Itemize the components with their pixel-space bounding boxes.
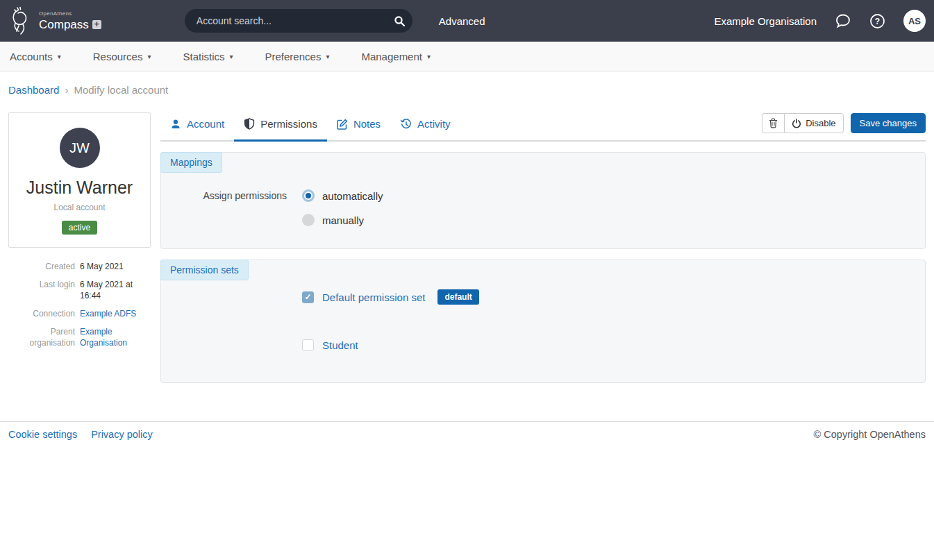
brand-small-label: OpenAthens [39,11,101,17]
delete-account-button[interactable] [762,113,784,133]
radio-option-manually[interactable]: manually [302,214,925,226]
account-search-input[interactable] [197,15,391,26]
advanced-search-link[interactable]: Advanced [439,15,485,27]
checkbox-default-permission-set[interactable]: ✓ [302,291,314,303]
mappings-panel: Mappings Assign permissions automaticall… [160,152,926,249]
account-details: Created 6 May 2021 Last login 6 May 2021… [8,261,151,348]
plus-icon: + [92,20,101,29]
detail-row-parent-organisation: Parent organisation Example Organisation [8,326,151,348]
detail-row-connection: Connection Example ADFS [8,308,151,319]
nav-item-accounts[interactable]: Accounts▾ [10,51,61,62]
permission-sets-panel-title: Permission sets [160,260,249,280]
radio-automatically[interactable] [302,189,315,202]
nav-item-management[interactable]: Management▾ [361,51,431,62]
breadcrumb-current-page: Modify local account [74,84,168,96]
footer: Cookie settings Privacy policy © Copyrig… [0,421,934,447]
avatar: JW [60,128,100,168]
checkbox-student[interactable]: ✓ [302,339,314,351]
chat-button[interactable] [835,13,851,28]
account-search-bar [185,9,412,33]
nav-item-resources[interactable]: Resources▾ [93,51,151,62]
check-icon: ✓ [304,292,311,302]
power-icon [792,119,801,128]
organisation-switcher[interactable]: Example Organisation [714,15,817,27]
permission-sets-panel: Permission sets ✓ Default permission set… [160,260,926,383]
account-toolbar: Disable Save changes [762,113,926,133]
user-avatar[interactable]: AS [903,10,926,32]
permission-set-link-default[interactable]: Default permission set [322,291,425,303]
shield-icon [244,118,255,130]
profile-name: Justin Warner [16,178,143,198]
chevron-down-icon: ▾ [229,53,233,60]
tab-account[interactable]: Account [160,118,234,142]
connection-link[interactable]: Example ADFS [80,308,151,319]
tab-notes[interactable]: Notes [327,118,390,142]
disable-account-button[interactable]: Disable [784,113,843,133]
cookie-settings-link[interactable]: Cookie settings [8,429,77,440]
history-icon [400,119,412,130]
help-button[interactable]: ? [869,13,885,29]
tab-activity[interactable]: Activity [390,118,460,142]
nav-item-preferences[interactable]: Preferences▾ [265,51,330,62]
chat-icon [835,13,851,28]
radio-manually[interactable] [302,214,315,226]
user-icon [170,119,181,130]
top-bar: OpenAthens Compass + Advanced Example Or… [0,0,934,42]
account-type-label: Local account [16,203,143,212]
tab-bar: Account Permissions Notes [160,112,926,142]
nav-item-statistics[interactable]: Statistics▾ [183,51,233,62]
radio-option-automatically[interactable]: automatically [302,189,925,202]
detail-row-created: Created 6 May 2021 [8,261,151,272]
profile-card: JW Justin Warner Local account active [8,112,151,248]
save-changes-button[interactable]: Save changes [851,113,926,133]
search-icon [394,15,406,27]
notes-icon [337,119,348,130]
parent-organisation-link[interactable]: Example Organisation [80,326,151,348]
chevron-down-icon: ▾ [427,53,431,60]
search-button[interactable] [391,12,408,30]
privacy-policy-link[interactable]: Privacy policy [91,429,153,440]
status-badge: active [62,221,97,235]
default-badge: default [437,289,478,305]
svg-text:?: ? [875,17,880,26]
permission-set-row-default: ✓ Default permission set default [302,289,925,305]
chevron-down-icon: ▾ [147,53,151,60]
breadcrumb-dashboard-link[interactable]: Dashboard [8,84,59,96]
breadcrumb: Dashboard › Modify local account [0,71,934,96]
chevron-right-icon: › [65,84,68,96]
copyright-text: © Copyright OpenAthens [814,429,926,440]
detail-row-last-login: Last login 6 May 2021 at 16:44 [8,279,151,301]
main-nav: Accounts▾ Resources▾ Statistics▾ Prefere… [0,42,934,71]
help-icon: ? [869,13,885,29]
assign-permissions-label: Assign permissions [161,190,287,201]
chevron-down-icon: ▾ [326,53,329,60]
openathens-compass-logo[interactable]: OpenAthens Compass + [8,5,101,37]
permission-set-link-student[interactable]: Student [322,339,358,351]
openathens-logo-icon [8,5,35,37]
brand-large-label: Compass [39,19,89,31]
chevron-down-icon: ▾ [58,53,61,60]
tab-permissions[interactable]: Permissions [234,118,327,142]
mappings-panel-title: Mappings [160,152,222,173]
permission-set-row-student: ✓ Student [302,339,925,351]
trash-icon [769,118,778,128]
